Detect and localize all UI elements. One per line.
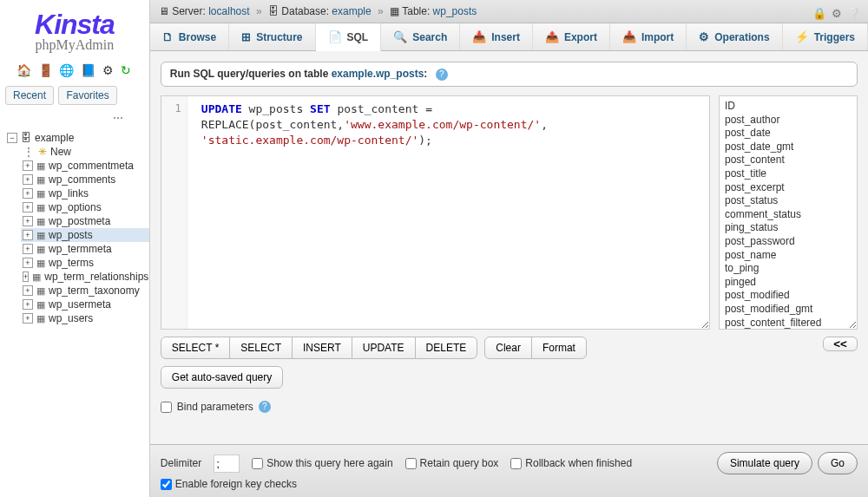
tree-table-wp_users[interactable]: +▦wp_users — [21, 311, 149, 325]
tab-insert[interactable]: 📥Insert — [460, 23, 533, 50]
breadcrumb-server[interactable]: localhost — [208, 5, 249, 17]
expand-icon[interactable]: + — [23, 202, 33, 213]
column-item[interactable]: post_modified — [725, 289, 852, 303]
expand-icon[interactable]: + — [23, 258, 33, 268]
tree-db-node[interactable]: − 🗄 example — [0, 131, 149, 145]
column-item[interactable]: post_excerpt — [725, 181, 852, 195]
select-star-button[interactable]: SELECT * — [161, 337, 229, 358]
help-icon[interactable]: 📘 — [81, 63, 97, 77]
content: Run SQL query/queries on table example.w… — [150, 51, 868, 444]
column-item[interactable]: ID — [725, 100, 852, 114]
expand-icon[interactable]: + — [23, 160, 33, 171]
column-item[interactable]: post_password — [725, 235, 852, 249]
column-item[interactable]: comment_status — [725, 208, 852, 222]
database-icon: 🗄 — [21, 132, 31, 144]
tree-table-wp_comments[interactable]: +▦wp_comments — [21, 173, 149, 186]
query-heading-link[interactable]: example.wp_posts — [332, 68, 424, 80]
delimiter-input[interactable] — [214, 454, 240, 473]
server-icon: 🖥 — [159, 5, 169, 17]
rollback-checkbox[interactable] — [510, 458, 522, 469]
tree-new[interactable]: ⋮ ✳ New — [21, 145, 149, 159]
column-item[interactable]: post_name — [725, 249, 852, 263]
collapse-columns-button[interactable]: << — [823, 337, 858, 351]
column-item[interactable]: post_date_gmt — [725, 141, 852, 154]
show-again-checkbox[interactable] — [252, 458, 263, 469]
tree-table-wp_options[interactable]: +▦wp_options — [21, 200, 149, 214]
tree-table-wp_terms[interactable]: +▦wp_terms — [21, 256, 149, 270]
table-name: wp_users — [49, 312, 93, 324]
tree-table-wp_posts[interactable]: +▦wp_posts — [21, 228, 149, 242]
go-button[interactable]: Go — [818, 452, 858, 474]
column-item[interactable]: post_content_filtered — [725, 317, 852, 330]
format-button[interactable]: Format — [531, 337, 586, 358]
fk-checkbox[interactable] — [161, 479, 172, 490]
expand-icon[interactable]: + — [23, 216, 33, 226]
help-icon[interactable]: ? — [259, 401, 271, 413]
sql-editor[interactable]: 1 UPDATE wp_posts SET post_content = REP… — [161, 95, 710, 330]
tree-table-wp_commentmeta[interactable]: +▦wp_commentmeta — [21, 159, 149, 173]
tabbar: 🗋Browse⊞Structure📄SQL🔍Search📥Insert📤Expo… — [150, 23, 868, 51]
delete-button[interactable]: DELETE — [415, 337, 477, 358]
simulate-button[interactable]: Simulate query — [717, 452, 812, 474]
column-item[interactable]: pinged — [725, 276, 852, 290]
db-name: example — [35, 132, 74, 144]
expand-icon[interactable]: + — [23, 299, 33, 310]
expand-icon[interactable]: + — [23, 174, 33, 185]
update-button[interactable]: UPDATE — [352, 337, 415, 358]
column-item[interactable]: to_ping — [725, 262, 852, 276]
column-item[interactable]: post_author — [725, 114, 852, 128]
home-icon[interactable]: 🏠 — [16, 63, 33, 77]
column-item[interactable]: post_title — [725, 167, 852, 181]
tree-table-wp_termmeta[interactable]: +▦wp_termmeta — [21, 242, 149, 256]
settings-icon[interactable]: ⚙ — [102, 63, 115, 77]
recent-link[interactable]: Recent — [5, 86, 54, 105]
column-list[interactable]: IDpost_authorpost_datepost_date_gmtpost_… — [719, 95, 858, 330]
expand-icon[interactable]: + — [23, 230, 33, 240]
expand-icon[interactable]: + — [23, 244, 33, 254]
gear-icon[interactable]: ⚙ — [832, 7, 842, 20]
snippet-group: SELECT * SELECT INSERT UPDATE DELETE — [161, 337, 477, 359]
tab-export[interactable]: 📤Export — [533, 23, 610, 50]
tab-icon: ⚙ — [699, 30, 709, 43]
tab-structure[interactable]: ⊞Structure — [229, 23, 315, 50]
help-icon[interactable]: ? — [436, 69, 448, 81]
select-button[interactable]: SELECT — [229, 337, 292, 358]
retain-checkbox[interactable] — [405, 458, 417, 469]
expand-icon[interactable]: + — [23, 313, 33, 324]
expand-icon[interactable]: + — [23, 285, 33, 296]
tab-operations[interactable]: ⚙Operations — [687, 23, 782, 50]
table-icon: ▦ — [390, 5, 399, 17]
help-top-icon[interactable]: ❔ — [847, 7, 861, 20]
breadcrumb-table[interactable]: wp_posts — [433, 5, 477, 17]
bind-parameters-checkbox[interactable] — [161, 402, 172, 413]
refresh-icon[interactable]: ↻ — [121, 63, 133, 77]
favorites-link[interactable]: Favorites — [58, 86, 116, 105]
expand-icon[interactable]: + — [23, 188, 33, 199]
insert-button[interactable]: INSERT — [292, 337, 352, 358]
tab-triggers[interactable]: ⚡Triggers — [783, 23, 868, 50]
logout-icon[interactable]: 🚪 — [38, 63, 55, 77]
globe-icon[interactable]: 🌐 — [59, 63, 76, 77]
tree-table-wp_postmeta[interactable]: +▦wp_postmeta — [21, 214, 149, 228]
tree-table-wp_links[interactable]: +▦wp_links — [21, 186, 149, 200]
tab-import[interactable]: 📥Import — [610, 23, 687, 50]
tree-table-wp_term_taxonomy[interactable]: +▦wp_term_taxonomy — [21, 284, 149, 298]
tree-table-wp_usermeta[interactable]: +▦wp_usermeta — [21, 298, 149, 311]
collapse-icon[interactable]: − — [7, 133, 17, 143]
breadcrumb-database[interactable]: example — [332, 5, 371, 17]
lock-icon[interactable]: 🔒 — [812, 7, 826, 20]
table-icon: ▦ — [36, 230, 45, 241]
column-item[interactable]: post_modified_gmt — [725, 303, 852, 317]
tab-icon: 📥 — [472, 30, 486, 43]
expand-icon[interactable]: + — [23, 271, 29, 282]
tab-search[interactable]: 🔍Search — [381, 23, 460, 50]
clear-button[interactable]: Clear — [485, 337, 531, 358]
tree-table-wp_term_relationships[interactable]: +▦wp_term_relationships — [21, 270, 149, 284]
column-item[interactable]: ping_status — [725, 221, 852, 235]
tab-browse[interactable]: 🗋Browse — [150, 23, 229, 50]
column-item[interactable]: post_content — [725, 154, 852, 167]
column-item[interactable]: post_status — [725, 194, 852, 208]
auto-saved-button[interactable]: Get auto-saved query — [161, 366, 283, 389]
tab-sql[interactable]: 📄SQL — [316, 23, 382, 51]
column-item[interactable]: post_date — [725, 127, 852, 141]
